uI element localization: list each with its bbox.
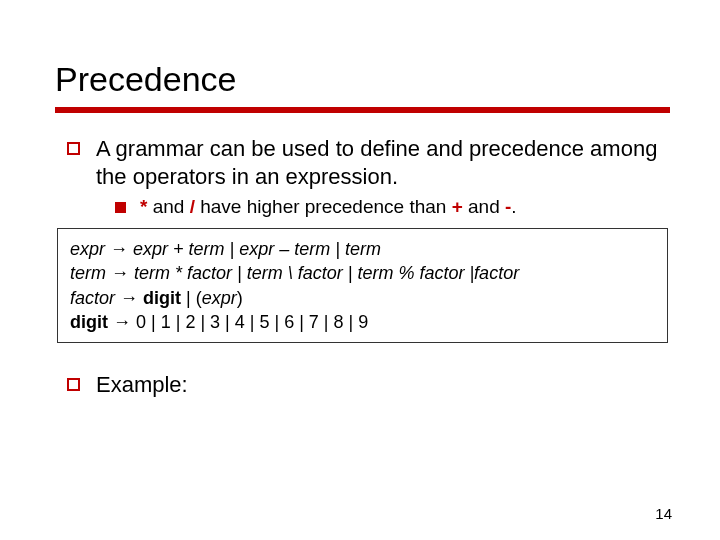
text-frag: . (511, 196, 516, 217)
title-underline (55, 107, 670, 113)
operator-plus: + (452, 196, 463, 217)
sub-bullet-text: * and / have higher precedence than + an… (140, 196, 517, 218)
nonterminal-term: term (70, 263, 106, 283)
text-frag: ) (237, 288, 243, 308)
grammar-line-expr: expr → expr + term | expr – term | term (70, 237, 655, 261)
arrow: → (115, 288, 143, 308)
nonterminal-digit: digit (70, 312, 108, 332)
slide-title: Precedence (55, 60, 670, 99)
production-body: term * factor | term \ factor | term % f… (134, 263, 519, 283)
text-frag: and (463, 196, 505, 217)
grammar-line-term: term → term * factor | term \ factor | t… (70, 261, 655, 285)
arrow: → (106, 263, 134, 283)
nonterminal-factor: factor (70, 288, 115, 308)
text-frag: have higher precedence than (195, 196, 452, 217)
grammar-line-digit: digit → 0 | 1 | 2 | 3 | 4 | 5 | 6 | 7 | … (70, 310, 655, 334)
text-frag: and (147, 196, 189, 217)
text-frag: | ( (181, 288, 202, 308)
grammar-line-factor: factor → digit | (expr) (70, 286, 655, 310)
grammar-box: expr → expr + term | expr – term | term … (57, 228, 668, 343)
arrow: → (105, 239, 133, 259)
example-bullet: Example: (67, 371, 670, 399)
hollow-square-icon (67, 378, 80, 391)
production-body: expr + term | expr – term | term (133, 239, 381, 259)
solid-square-icon (115, 202, 126, 213)
hollow-square-icon (67, 142, 80, 155)
page-number: 14 (655, 505, 672, 522)
sub-bullet: * and / have higher precedence than + an… (115, 196, 670, 218)
production-body: → 0 | 1 | 2 | 3 | 4 | 5 | 6 | 7 | 8 | 9 (108, 312, 368, 332)
main-bullet: A grammar can be used to define and prec… (67, 135, 670, 190)
terminal-digit: digit (143, 288, 181, 308)
example-label: Example: (96, 371, 188, 399)
main-bullet-text: A grammar can be used to define and prec… (96, 135, 670, 190)
nonterminal-expr: expr (70, 239, 105, 259)
nonterminal-expr: expr (202, 288, 237, 308)
